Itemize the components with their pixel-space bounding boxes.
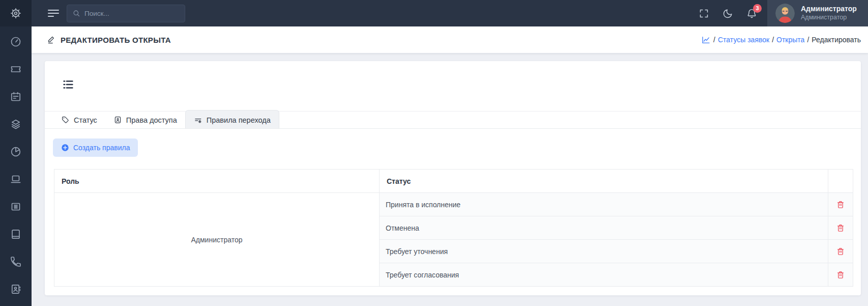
actions-cell [828,263,853,287]
book-icon[interactable] [10,228,22,240]
actions-cell [828,216,853,240]
role-cell: Администратор [54,193,380,287]
list-icon[interactable] [62,78,75,91]
topbar-icons: 3 [699,8,757,19]
status-cell: Принята в исполнение [380,193,828,216]
column-status: Статус [380,170,828,193]
topbar: 3 Администратор Администратор [32,0,868,26]
moon-icon[interactable] [722,8,733,19]
tab-права-доступа[interactable]: Права доступа [105,112,185,128]
tab-статус[interactable]: Статус [53,112,105,128]
avatar [775,4,795,23]
delete-rule-button[interactable] [833,267,848,283]
chart-icon[interactable] [701,35,711,45]
status-cell: Отменена [380,216,828,240]
menu-toggle-button[interactable] [48,8,59,19]
phone-icon[interactable] [10,256,22,268]
actions-cell [828,240,853,263]
tab-label: Правила перехода [207,116,271,124]
pie-chart-icon[interactable] [10,146,22,158]
gear-icon [10,7,22,19]
trash-icon [835,200,846,210]
table-header-row: Роль Статус [54,170,853,193]
gauge-icon[interactable] [10,36,22,48]
breadcrumb-item[interactable]: Статусы заявок [718,36,769,44]
search-input[interactable] [84,10,180,17]
table-row: АдминистраторПринята в исполнение [54,193,853,216]
status-cell: Требует согласования [380,263,828,287]
page-title: РЕДАКТИРОВАТЬ ОТКРЫТА [61,36,171,44]
search-box[interactable] [67,5,185,22]
breadcrumb-item[interactable]: Открыта [776,36,804,44]
create-rule-label: Создать правила [73,144,130,152]
tab-label: Статус [74,116,97,124]
trash-icon [835,270,846,280]
breadcrumb-separator: / [772,36,774,44]
column-role: Роль [54,170,380,193]
kanban-icon[interactable] [10,201,22,213]
delete-rule-button[interactable] [833,244,848,259]
sidebar-nav [0,26,32,295]
user-name: Администратор [801,5,857,14]
edit-icon [47,35,56,44]
actions-cell [828,193,853,216]
laptop-icon[interactable] [10,173,22,185]
ticket-icon[interactable] [10,63,22,75]
breadcrumb-item: Редактировать [812,36,861,44]
create-rule-button[interactable]: Создать правила [53,138,138,157]
notification-badge: 3 [753,4,762,13]
fullscreen-icon[interactable] [699,8,709,19]
shield-user-icon [113,116,122,124]
layers-icon[interactable] [10,118,22,130]
rules-table: Роль Статус АдминистраторПринята в испол… [54,169,853,287]
filter-gear-icon [194,116,202,125]
trash-icon [835,223,846,233]
breadcrumb: /Статусы заявок/Открыта/Редактировать [701,35,861,45]
content-card: СтатусПрава доступаПравила перехода Созд… [45,61,861,295]
status-cell: Требует уточнения [380,240,828,263]
plus-circle-icon [61,144,69,152]
table-body: АдминистраторПринята в исполнениеОтменен… [54,193,853,287]
app: 3 Администратор Администратор РЕДАКТИРОВ… [0,0,868,306]
trash-icon [835,246,846,257]
column-actions [828,170,853,193]
address-book-icon[interactable] [10,283,22,295]
user-role: Администратор [801,14,857,22]
tab-bar: СтатусПрава доступаПравила перехода [45,111,861,129]
delete-rule-button[interactable] [833,197,848,212]
sidebar [0,0,32,306]
tag-icon [61,116,70,124]
page-header: РЕДАКТИРОВАТЬ ОТКРЫТА /Статусы заявок/От… [32,26,868,53]
delete-rule-button[interactable] [833,220,848,236]
tab-label: Права доступа [126,116,177,124]
notifications-button[interactable]: 3 [746,8,757,19]
calendar-icon[interactable] [10,91,22,103]
breadcrumb-separator: / [807,36,809,44]
user-menu[interactable]: Администратор Администратор [767,0,868,26]
breadcrumb-separator: / [713,36,715,44]
sidebar-settings-button[interactable] [0,0,32,26]
search-icon [72,9,80,17]
tab-правила-перехода[interactable]: Правила перехода [185,110,279,128]
